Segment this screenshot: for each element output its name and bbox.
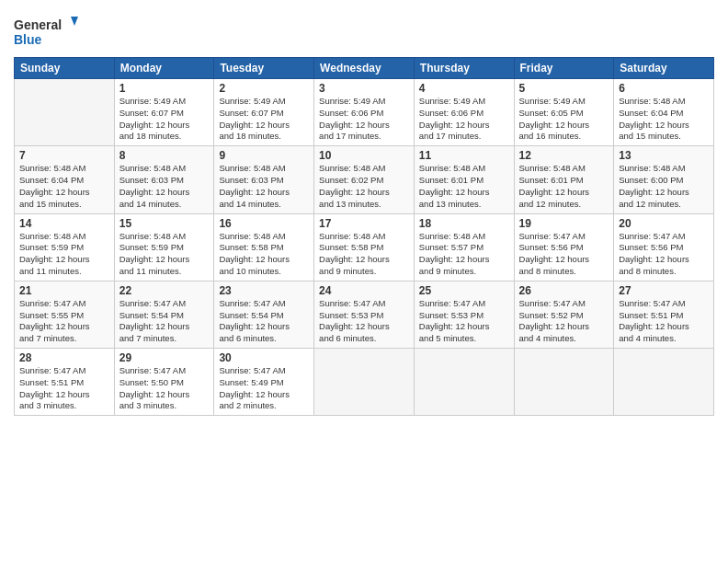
day-number: 9 — [219, 149, 309, 162]
weekday-wednesday: Wednesday — [314, 58, 415, 79]
day-info: Sunrise: 5:47 AM Sunset: 5:49 PM Dayligh… — [219, 365, 309, 412]
day-info: Sunrise: 5:47 AM Sunset: 5:53 PM Dayligh… — [319, 298, 409, 345]
day-number: 28 — [19, 351, 109, 364]
day-cell: 15Sunrise: 5:48 AM Sunset: 5:59 PM Dayli… — [114, 213, 214, 281]
day-info: Sunrise: 5:48 AM Sunset: 6:04 PM Dayligh… — [619, 96, 709, 143]
day-number: 4 — [419, 82, 509, 95]
day-cell — [614, 349, 714, 416]
day-cell: 27Sunrise: 5:47 AM Sunset: 5:51 PM Dayli… — [614, 281, 714, 348]
weekday-thursday: Thursday — [414, 58, 514, 79]
day-cell: 19Sunrise: 5:47 AM Sunset: 5:56 PM Dayli… — [514, 213, 614, 281]
day-cell: 18Sunrise: 5:48 AM Sunset: 5:57 PM Dayli… — [414, 213, 514, 281]
day-info: Sunrise: 5:48 AM Sunset: 5:59 PM Dayligh… — [119, 231, 210, 278]
weekday-header-row: SundayMondayTuesdayWednesdayThursdayFrid… — [15, 58, 714, 79]
day-cell: 8Sunrise: 5:48 AM Sunset: 6:03 PM Daylig… — [114, 146, 214, 213]
day-cell: 28Sunrise: 5:47 AM Sunset: 5:51 PM Dayli… — [15, 349, 115, 416]
day-cell: 5Sunrise: 5:49 AM Sunset: 6:05 PM Daylig… — [514, 79, 614, 146]
day-number: 22 — [119, 284, 210, 297]
week-row-2: 7Sunrise: 5:48 AM Sunset: 6:04 PM Daylig… — [15, 146, 714, 213]
day-number: 6 — [619, 82, 709, 95]
day-number: 23 — [219, 284, 309, 297]
weekday-saturday: Saturday — [614, 58, 714, 79]
day-number: 11 — [419, 149, 509, 162]
day-cell: 4Sunrise: 5:49 AM Sunset: 6:06 PM Daylig… — [414, 79, 514, 146]
day-cell: 2Sunrise: 5:49 AM Sunset: 6:07 PM Daylig… — [214, 79, 314, 146]
week-row-4: 21Sunrise: 5:47 AM Sunset: 5:55 PM Dayli… — [15, 281, 714, 348]
day-info: Sunrise: 5:49 AM Sunset: 6:06 PM Dayligh… — [319, 96, 409, 143]
day-info: Sunrise: 5:48 AM Sunset: 5:57 PM Dayligh… — [419, 231, 509, 278]
day-cell: 10Sunrise: 5:48 AM Sunset: 6:02 PM Dayli… — [314, 146, 415, 213]
weekday-sunday: Sunday — [15, 58, 115, 79]
svg-text:General: General — [14, 17, 62, 32]
day-cell: 17Sunrise: 5:48 AM Sunset: 5:58 PM Dayli… — [314, 213, 415, 281]
day-info: Sunrise: 5:49 AM Sunset: 6:07 PM Dayligh… — [219, 96, 309, 143]
day-cell: 16Sunrise: 5:48 AM Sunset: 5:58 PM Dayli… — [214, 213, 314, 281]
day-number: 13 — [619, 149, 709, 162]
day-number: 16 — [219, 217, 309, 230]
day-cell: 21Sunrise: 5:47 AM Sunset: 5:55 PM Dayli… — [15, 281, 115, 348]
day-info: Sunrise: 5:48 AM Sunset: 6:04 PM Dayligh… — [19, 163, 109, 210]
calendar-table: SundayMondayTuesdayWednesdayThursdayFrid… — [14, 57, 714, 416]
day-number: 18 — [419, 217, 509, 230]
day-number: 21 — [19, 284, 109, 297]
day-cell: 26Sunrise: 5:47 AM Sunset: 5:52 PM Dayli… — [514, 281, 614, 348]
day-cell: 11Sunrise: 5:48 AM Sunset: 6:01 PM Dayli… — [414, 146, 514, 213]
day-info: Sunrise: 5:48 AM Sunset: 6:01 PM Dayligh… — [519, 163, 609, 210]
day-info: Sunrise: 5:48 AM Sunset: 6:03 PM Dayligh… — [119, 163, 210, 210]
day-info: Sunrise: 5:49 AM Sunset: 6:05 PM Dayligh… — [519, 96, 609, 143]
day-info: Sunrise: 5:47 AM Sunset: 5:54 PM Dayligh… — [119, 298, 210, 345]
day-cell: 12Sunrise: 5:48 AM Sunset: 6:01 PM Dayli… — [514, 146, 614, 213]
day-info: Sunrise: 5:47 AM Sunset: 5:56 PM Dayligh… — [519, 231, 609, 278]
week-row-5: 28Sunrise: 5:47 AM Sunset: 5:51 PM Dayli… — [15, 349, 714, 416]
day-cell: 1Sunrise: 5:49 AM Sunset: 6:07 PM Daylig… — [114, 79, 214, 146]
week-row-1: 1Sunrise: 5:49 AM Sunset: 6:07 PM Daylig… — [15, 79, 714, 146]
day-cell — [314, 349, 415, 416]
day-cell: 14Sunrise: 5:48 AM Sunset: 5:59 PM Dayli… — [15, 213, 115, 281]
day-info: Sunrise: 5:48 AM Sunset: 5:58 PM Dayligh… — [219, 231, 309, 278]
day-number: 19 — [519, 217, 609, 230]
day-number: 1 — [119, 82, 210, 95]
day-cell: 7Sunrise: 5:48 AM Sunset: 6:04 PM Daylig… — [15, 146, 115, 213]
day-info: Sunrise: 5:47 AM Sunset: 5:50 PM Dayligh… — [119, 365, 210, 412]
day-info: Sunrise: 5:48 AM Sunset: 6:00 PM Dayligh… — [619, 163, 709, 210]
day-cell: 24Sunrise: 5:47 AM Sunset: 5:53 PM Dayli… — [314, 281, 415, 348]
day-cell: 3Sunrise: 5:49 AM Sunset: 6:06 PM Daylig… — [314, 79, 415, 146]
header: General Blue — [14, 9, 714, 50]
day-cell — [15, 79, 115, 146]
day-cell: 23Sunrise: 5:47 AM Sunset: 5:54 PM Dayli… — [214, 281, 314, 348]
day-info: Sunrise: 5:49 AM Sunset: 6:07 PM Dayligh… — [119, 96, 210, 143]
weekday-monday: Monday — [114, 58, 214, 79]
day-number: 10 — [319, 149, 409, 162]
day-number: 29 — [119, 351, 210, 364]
day-number: 7 — [19, 149, 109, 162]
day-number: 3 — [319, 82, 409, 95]
day-number: 20 — [619, 217, 709, 230]
day-info: Sunrise: 5:47 AM Sunset: 5:53 PM Dayligh… — [419, 298, 509, 345]
day-info: Sunrise: 5:47 AM Sunset: 5:51 PM Dayligh… — [619, 298, 709, 345]
day-info: Sunrise: 5:48 AM Sunset: 5:58 PM Dayligh… — [319, 231, 409, 278]
day-number: 8 — [119, 149, 210, 162]
day-number: 12 — [519, 149, 609, 162]
day-info: Sunrise: 5:48 AM Sunset: 6:03 PM Dayligh… — [219, 163, 309, 210]
day-info: Sunrise: 5:47 AM Sunset: 5:56 PM Dayligh… — [619, 231, 709, 278]
day-number: 24 — [319, 284, 409, 297]
day-info: Sunrise: 5:47 AM Sunset: 5:55 PM Dayligh… — [19, 298, 109, 345]
day-info: Sunrise: 5:48 AM Sunset: 6:01 PM Dayligh… — [419, 163, 509, 210]
day-info: Sunrise: 5:47 AM Sunset: 5:54 PM Dayligh… — [219, 298, 309, 345]
weekday-friday: Friday — [514, 58, 614, 79]
day-number: 14 — [19, 217, 109, 230]
day-cell: 9Sunrise: 5:48 AM Sunset: 6:03 PM Daylig… — [214, 146, 314, 213]
logo-svg: General Blue — [14, 13, 78, 50]
day-number: 26 — [519, 284, 609, 297]
day-cell — [514, 349, 614, 416]
day-cell — [414, 349, 514, 416]
day-number: 30 — [219, 351, 309, 364]
day-cell: 22Sunrise: 5:47 AM Sunset: 5:54 PM Dayli… — [114, 281, 214, 348]
weekday-tuesday: Tuesday — [214, 58, 314, 79]
day-number: 25 — [419, 284, 509, 297]
day-number: 15 — [119, 217, 210, 230]
day-cell: 20Sunrise: 5:47 AM Sunset: 5:56 PM Dayli… — [614, 213, 714, 281]
svg-marker-2 — [71, 17, 78, 26]
day-info: Sunrise: 5:47 AM Sunset: 5:51 PM Dayligh… — [19, 365, 109, 412]
day-cell: 30Sunrise: 5:47 AM Sunset: 5:49 PM Dayli… — [214, 349, 314, 416]
